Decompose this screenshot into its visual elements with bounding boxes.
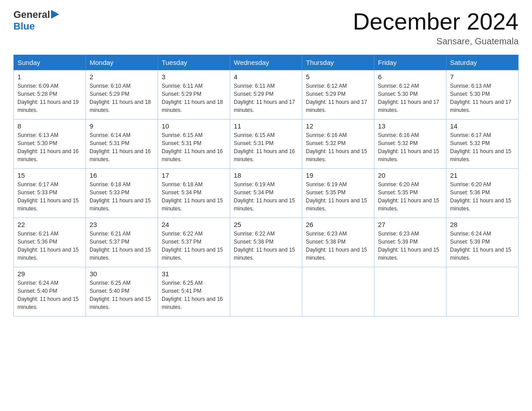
day-info: Sunrise: 6:12 AMSunset: 5:29 PMDaylight:… bbox=[306, 82, 370, 114]
day-info: Sunrise: 6:25 AMSunset: 5:40 PMDaylight:… bbox=[90, 279, 154, 311]
day-number: 21 bbox=[450, 171, 515, 179]
day-info: Sunrise: 6:21 AMSunset: 5:37 PMDaylight:… bbox=[90, 230, 154, 262]
weekday-header-sunday: Sunday bbox=[14, 55, 86, 70]
day-info: Sunrise: 6:10 AMSunset: 5:29 PMDaylight:… bbox=[90, 82, 154, 114]
weekday-header-tuesday: Tuesday bbox=[158, 55, 230, 70]
day-info: Sunrise: 6:19 AMSunset: 5:34 PMDaylight:… bbox=[234, 180, 298, 213]
weekday-header-friday: Friday bbox=[374, 55, 446, 70]
day-number: 7 bbox=[450, 73, 515, 81]
day-number: 17 bbox=[162, 171, 226, 179]
logo-general-text: General bbox=[13, 9, 50, 21]
location-subtitle: Sansare, Guatemala bbox=[353, 36, 519, 47]
day-number: 18 bbox=[234, 171, 298, 179]
day-number: 2 bbox=[90, 73, 154, 81]
weekday-header-row: SundayMondayTuesdayWednesdayThursdayFrid… bbox=[14, 55, 519, 70]
calendar-day-cell: 11 Sunrise: 6:15 AMSunset: 5:31 PMDaylig… bbox=[230, 120, 302, 169]
calendar-week-row: 22 Sunrise: 6:21 AMSunset: 5:36 PMDaylig… bbox=[14, 218, 519, 267]
day-info: Sunrise: 6:23 AMSunset: 5:38 PMDaylight:… bbox=[306, 230, 370, 262]
logo-blue-text: Blue bbox=[13, 21, 35, 32]
calendar-day-cell: 1 Sunrise: 6:09 AMSunset: 5:28 PMDayligh… bbox=[14, 70, 86, 120]
day-info: Sunrise: 6:18 AMSunset: 5:33 PMDaylight:… bbox=[90, 180, 154, 213]
day-info: Sunrise: 6:17 AMSunset: 5:32 PMDaylight:… bbox=[450, 131, 515, 163]
calendar-day-cell: 25 Sunrise: 6:22 AMSunset: 5:38 PMDaylig… bbox=[230, 218, 302, 267]
calendar-day-cell: 15 Sunrise: 6:17 AMSunset: 5:33 PMDaylig… bbox=[14, 169, 86, 218]
day-number: 6 bbox=[378, 73, 442, 81]
weekday-header-thursday: Thursday bbox=[302, 55, 374, 70]
day-number: 22 bbox=[17, 221, 82, 228]
day-info: Sunrise: 6:20 AMSunset: 5:35 PMDaylight:… bbox=[378, 180, 442, 213]
calendar-day-cell: 14 Sunrise: 6:17 AMSunset: 5:32 PMDaylig… bbox=[446, 120, 519, 169]
calendar-day-cell: 13 Sunrise: 6:16 AMSunset: 5:32 PMDaylig… bbox=[374, 120, 446, 169]
day-number: 25 bbox=[234, 221, 298, 228]
calendar-day-cell: 3 Sunrise: 6:11 AMSunset: 5:29 PMDayligh… bbox=[158, 70, 230, 120]
day-number: 14 bbox=[450, 122, 515, 130]
calendar-day-cell: 2 Sunrise: 6:10 AMSunset: 5:29 PMDayligh… bbox=[86, 70, 158, 120]
calendar-week-row: 1 Sunrise: 6:09 AMSunset: 5:28 PMDayligh… bbox=[14, 70, 519, 120]
calendar-day-cell: 30 Sunrise: 6:25 AMSunset: 5:40 PMDaylig… bbox=[86, 267, 158, 317]
calendar-day-cell: 23 Sunrise: 6:21 AMSunset: 5:37 PMDaylig… bbox=[86, 218, 158, 267]
day-info: Sunrise: 6:17 AMSunset: 5:33 PMDaylight:… bbox=[17, 180, 82, 213]
day-number: 31 bbox=[162, 270, 226, 278]
logo-arrow-icon bbox=[51, 10, 59, 19]
day-info: Sunrise: 6:16 AMSunset: 5:32 PMDaylight:… bbox=[306, 131, 370, 163]
day-info: Sunrise: 6:24 AMSunset: 5:40 PMDaylight:… bbox=[17, 279, 82, 311]
day-number: 8 bbox=[17, 122, 82, 130]
day-info: Sunrise: 6:19 AMSunset: 5:35 PMDaylight:… bbox=[306, 180, 370, 213]
calendar-day-cell: 10 Sunrise: 6:15 AMSunset: 5:31 PMDaylig… bbox=[158, 120, 230, 169]
calendar-day-cell: 27 Sunrise: 6:23 AMSunset: 5:39 PMDaylig… bbox=[374, 218, 446, 267]
day-info: Sunrise: 6:18 AMSunset: 5:34 PMDaylight:… bbox=[162, 180, 226, 213]
day-info: Sunrise: 6:12 AMSunset: 5:30 PMDaylight:… bbox=[378, 82, 442, 114]
calendar-day-cell: 12 Sunrise: 6:16 AMSunset: 5:32 PMDaylig… bbox=[302, 120, 374, 169]
day-info: Sunrise: 6:20 AMSunset: 5:36 PMDaylight:… bbox=[450, 180, 515, 213]
day-info: Sunrise: 6:21 AMSunset: 5:36 PMDaylight:… bbox=[17, 230, 82, 262]
calendar-day-cell bbox=[230, 267, 302, 317]
calendar-day-cell bbox=[374, 267, 446, 317]
day-number: 13 bbox=[378, 122, 442, 130]
day-info: Sunrise: 6:11 AMSunset: 5:29 PMDaylight:… bbox=[234, 82, 298, 114]
day-info: Sunrise: 6:16 AMSunset: 5:32 PMDaylight:… bbox=[378, 131, 442, 163]
calendar-day-cell bbox=[446, 267, 519, 317]
calendar-day-cell: 21 Sunrise: 6:20 AMSunset: 5:36 PMDaylig… bbox=[446, 169, 519, 218]
calendar-day-cell: 31 Sunrise: 6:25 AMSunset: 5:41 PMDaylig… bbox=[158, 267, 230, 317]
calendar-day-cell: 9 Sunrise: 6:14 AMSunset: 5:31 PMDayligh… bbox=[86, 120, 158, 169]
calendar-day-cell: 16 Sunrise: 6:18 AMSunset: 5:33 PMDaylig… bbox=[86, 169, 158, 218]
calendar-day-cell: 29 Sunrise: 6:24 AMSunset: 5:40 PMDaylig… bbox=[14, 267, 86, 317]
day-info: Sunrise: 6:13 AMSunset: 5:30 PMDaylight:… bbox=[450, 82, 515, 114]
day-number: 23 bbox=[90, 221, 154, 228]
weekday-header-monday: Monday bbox=[86, 55, 158, 70]
calendar-day-cell: 6 Sunrise: 6:12 AMSunset: 5:30 PMDayligh… bbox=[374, 70, 446, 120]
title-block: December 2024 Sansare, Guatemala bbox=[353, 9, 519, 47]
day-info: Sunrise: 6:24 AMSunset: 5:39 PMDaylight:… bbox=[450, 230, 515, 262]
day-number: 9 bbox=[90, 122, 154, 130]
day-number: 30 bbox=[90, 270, 154, 278]
calendar-day-cell bbox=[302, 267, 374, 317]
calendar-day-cell: 24 Sunrise: 6:22 AMSunset: 5:37 PMDaylig… bbox=[158, 218, 230, 267]
calendar-day-cell: 17 Sunrise: 6:18 AMSunset: 5:34 PMDaylig… bbox=[158, 169, 230, 218]
calendar-day-cell: 7 Sunrise: 6:13 AMSunset: 5:30 PMDayligh… bbox=[446, 70, 519, 120]
day-info: Sunrise: 6:11 AMSunset: 5:29 PMDaylight:… bbox=[162, 82, 226, 114]
day-number: 27 bbox=[378, 221, 442, 228]
month-title: December 2024 bbox=[353, 9, 519, 34]
calendar-day-cell: 26 Sunrise: 6:23 AMSunset: 5:38 PMDaylig… bbox=[302, 218, 374, 267]
calendar-week-row: 29 Sunrise: 6:24 AMSunset: 5:40 PMDaylig… bbox=[14, 267, 519, 317]
day-number: 10 bbox=[162, 122, 226, 130]
day-info: Sunrise: 6:22 AMSunset: 5:37 PMDaylight:… bbox=[162, 230, 226, 262]
day-number: 19 bbox=[306, 171, 370, 179]
day-info: Sunrise: 6:25 AMSunset: 5:41 PMDaylight:… bbox=[162, 279, 226, 311]
day-info: Sunrise: 6:23 AMSunset: 5:39 PMDaylight:… bbox=[378, 230, 442, 262]
day-number: 26 bbox=[306, 221, 370, 228]
calendar-day-cell: 20 Sunrise: 6:20 AMSunset: 5:35 PMDaylig… bbox=[374, 169, 446, 218]
day-number: 11 bbox=[234, 122, 298, 130]
day-number: 5 bbox=[306, 73, 370, 81]
logo: General Blue bbox=[13, 9, 59, 32]
day-info: Sunrise: 6:22 AMSunset: 5:38 PMDaylight:… bbox=[234, 230, 298, 262]
day-number: 24 bbox=[162, 221, 226, 228]
day-info: Sunrise: 6:15 AMSunset: 5:31 PMDaylight:… bbox=[162, 131, 226, 163]
day-number: 15 bbox=[17, 171, 82, 179]
calendar-day-cell: 28 Sunrise: 6:24 AMSunset: 5:39 PMDaylig… bbox=[446, 218, 519, 267]
day-info: Sunrise: 6:14 AMSunset: 5:31 PMDaylight:… bbox=[90, 131, 154, 163]
day-number: 3 bbox=[162, 73, 226, 81]
day-number: 12 bbox=[306, 122, 370, 130]
svg-marker-0 bbox=[51, 10, 59, 19]
weekday-header-saturday: Saturday bbox=[446, 55, 519, 70]
